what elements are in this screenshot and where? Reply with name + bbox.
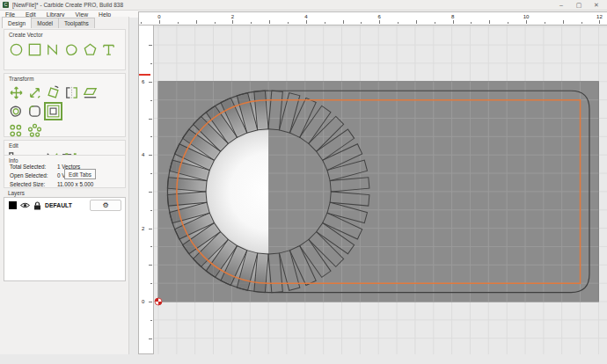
tool-trace-button[interactable] xyxy=(7,102,26,120)
tool-circle-button[interactable] xyxy=(7,40,26,59)
layer-row[interactable]: DEFAULT ⚙ xyxy=(4,198,125,213)
tab-bar: DesignModelToolpaths xyxy=(2,18,94,28)
tool-polyline-button[interactable] xyxy=(44,40,62,59)
tool-move-button[interactable] xyxy=(7,84,26,102)
ruler-y-label: 0 xyxy=(142,299,144,304)
tool-offset-button[interactable] xyxy=(44,102,62,120)
gear-icon: ⚙ xyxy=(102,201,108,209)
trace-icon xyxy=(8,103,25,120)
maximize-button[interactable]: ▢ xyxy=(574,2,583,9)
rotate-icon xyxy=(45,84,62,101)
layer-color-swatch[interactable] xyxy=(9,201,17,209)
tool-skew-button[interactable] xyxy=(81,84,99,102)
layers-label: Layers xyxy=(8,190,25,196)
window-title: [NewFile]* - Carbide Create PRO, Build 8… xyxy=(12,2,123,8)
ruler-x-label: 8 xyxy=(451,14,454,19)
create-vector-label: Create Vector xyxy=(4,30,125,38)
transform-label: Transform xyxy=(4,74,125,82)
design-canvas[interactable] xyxy=(154,25,607,354)
tool-linear-array-button[interactable] xyxy=(7,121,26,140)
linear-array-icon xyxy=(8,122,25,139)
circle-icon xyxy=(8,41,25,58)
transform-group: Transform xyxy=(4,73,126,137)
ruler-x-label: 12 xyxy=(596,14,603,19)
ruler-x-label: 4 xyxy=(304,14,307,19)
skew-icon xyxy=(82,84,99,101)
origin-marker xyxy=(155,298,162,305)
ruler-position-marker xyxy=(139,74,150,76)
ruler-y-label: 4 xyxy=(142,152,144,157)
polyline-icon xyxy=(45,41,62,58)
horizontal-ruler: 024681012 xyxy=(138,11,607,25)
tool-rectangle-button[interactable] xyxy=(26,40,44,59)
tool-scale-button[interactable] xyxy=(26,84,44,102)
tool-text-button[interactable] xyxy=(99,40,118,59)
tab-toolpaths[interactable]: Toolpaths xyxy=(58,18,95,28)
ruler-x-label: 10 xyxy=(523,14,530,19)
info-label: Info xyxy=(4,156,125,164)
offset-icon xyxy=(46,103,61,120)
tab-model[interactable]: Model xyxy=(31,18,59,28)
ruler-x-label: 0 xyxy=(157,14,160,19)
edit-label: Edit xyxy=(4,141,125,149)
title-bar: C [NewFile]* - Carbide Create PRO, Build… xyxy=(0,0,607,11)
create-vector-group: Create Vector xyxy=(4,29,126,70)
info-row-label: Open Selected: xyxy=(10,172,57,178)
layer-visibility-eye-icon[interactable] xyxy=(20,201,30,209)
vertical-ruler: 6420 xyxy=(138,25,154,354)
layer-settings-button[interactable]: ⚙ xyxy=(90,200,121,211)
layers-panel: DEFAULT ⚙ xyxy=(4,197,126,281)
minimize-button[interactable]: – xyxy=(557,2,566,9)
layer-name: DEFAULT xyxy=(45,202,72,208)
canvas-svg[interactable] xyxy=(154,25,607,354)
info-row-label: Selected Size: xyxy=(10,181,57,187)
rectangle-icon xyxy=(26,41,43,58)
info-row-label: Total Selected: xyxy=(10,164,57,170)
scale-icon xyxy=(26,84,43,101)
tool-polygon-button[interactable] xyxy=(81,40,99,59)
close-button[interactable]: ✕ xyxy=(592,2,601,9)
tool-circular-array-button[interactable] xyxy=(26,121,44,140)
move-icon xyxy=(8,84,25,101)
circular-array-icon xyxy=(26,122,43,139)
app-icon: C xyxy=(3,2,9,8)
curve-icon xyxy=(63,41,80,58)
info-row-value: 11.000 x 5.000 xyxy=(57,181,93,187)
tool-round-corners-button[interactable] xyxy=(26,102,44,120)
ruler-y-label: 2 xyxy=(142,226,144,231)
tool-mirror-button[interactable] xyxy=(62,84,81,102)
tool-rotate-button[interactable] xyxy=(44,84,62,102)
mirror-icon xyxy=(63,84,80,101)
left-panel: DesignModelToolpaths Create Vector Trans… xyxy=(0,17,129,354)
polygon-icon xyxy=(82,41,99,58)
ruler-x-label: 2 xyxy=(231,14,234,19)
ruler-x-label: 6 xyxy=(378,14,381,19)
tool-curve-button[interactable] xyxy=(62,40,81,59)
tab-design[interactable]: Design xyxy=(2,17,32,28)
info-row: Selected Size:11.000 x 5.000 xyxy=(10,181,93,187)
layer-lock-icon[interactable] xyxy=(33,201,41,210)
edit-tabs-tooltip: Edit Tabs xyxy=(64,169,96,179)
round-corners-icon xyxy=(26,103,43,120)
ruler-y-label: 6 xyxy=(142,79,144,84)
text-icon xyxy=(100,41,117,58)
